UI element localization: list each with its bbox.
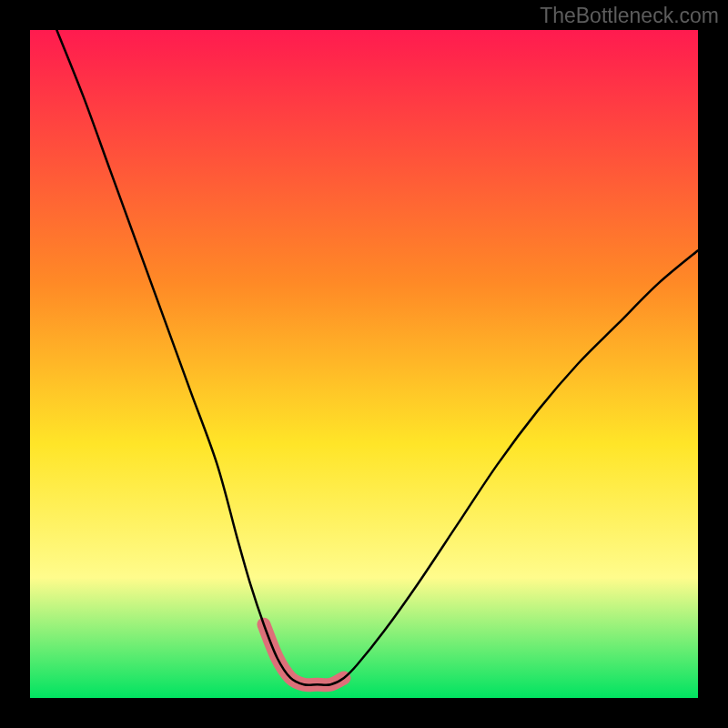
watermark-text: TheBottleneck.com (540, 4, 719, 28)
bottleneck-chart (0, 0, 728, 728)
gradient-background (30, 30, 698, 698)
chart-frame: { "watermark": "TheBottleneck.com", "col… (0, 0, 728, 728)
